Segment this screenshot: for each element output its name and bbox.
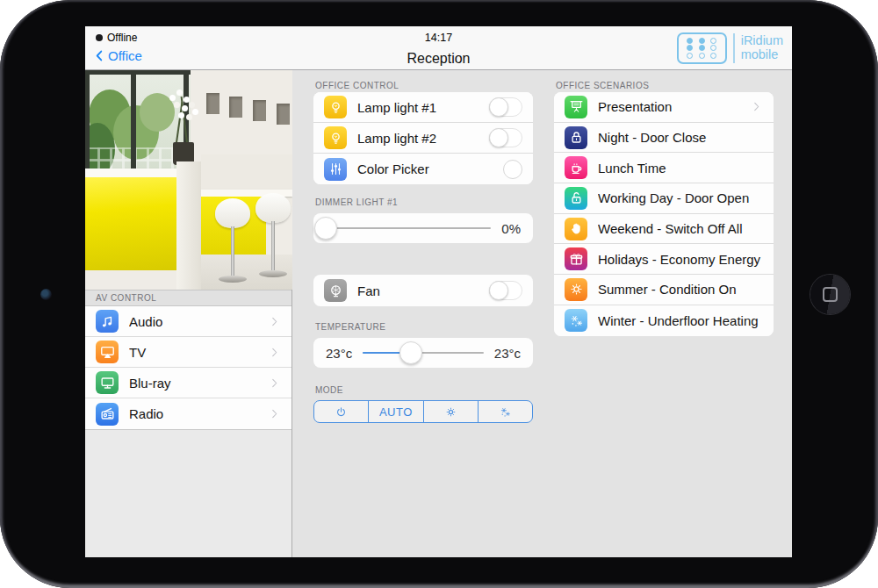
- logo-divider: [733, 33, 735, 63]
- temperature-slider-track[interactable]: [363, 352, 484, 354]
- chevron-right-icon: [268, 407, 281, 420]
- row-label: TV: [129, 345, 257, 360]
- list-item-lamp-light-1[interactable]: Lamp light #1: [313, 92, 533, 123]
- lock-closed-icon: [565, 126, 587, 149]
- color-picker-button[interactable]: [503, 160, 522, 179]
- chevron-right-icon: [268, 346, 281, 359]
- list-item-tv[interactable]: TV: [85, 337, 291, 368]
- dimmer-value: 0%: [501, 221, 521, 236]
- row-label: Weekend - Switch Off All: [598, 221, 763, 236]
- radio-icon: [99, 405, 116, 422]
- office-control-header: OFFICE CONTROL: [313, 81, 533, 92]
- lock-open-icon: [568, 190, 585, 206]
- list-item-color-picker[interactable]: Color Picker: [313, 154, 533, 184]
- list-item-working-day-door-open[interactable]: Working Day - Door Open: [554, 183, 774, 214]
- temperature-setpoint: 23°c: [494, 346, 521, 361]
- home-button[interactable]: [810, 275, 850, 314]
- main-content: OFFICE CONTROL Lamp light #1Lamp light #…: [292, 70, 792, 557]
- list-item-holidays-economy-energy[interactable]: Holidays - Economy Energy: [554, 244, 774, 275]
- row-label: Holidays - Economy Energy: [598, 252, 763, 267]
- row-label: Lunch Time: [598, 161, 763, 176]
- list-item-presentation[interactable]: Presentation: [554, 92, 774, 123]
- chevron-right-icon: [268, 376, 281, 390]
- sliders-icon: [327, 161, 344, 177]
- list-item-lunch-time[interactable]: Lunch Time: [554, 153, 774, 183]
- temperature-current: 23°c: [326, 346, 352, 361]
- row-label: Working Day - Door Open: [598, 190, 763, 205]
- chevron-right-icon: [268, 346, 281, 359]
- logo-dot: [710, 45, 716, 51]
- list-item-night-door-close[interactable]: Night - Door Close: [554, 123, 774, 154]
- radio-icon: [96, 403, 119, 426]
- chevron-right-icon: [268, 315, 281, 328]
- mode-sun-button[interactable]: [423, 401, 478, 422]
- bulb-icon: [327, 99, 344, 116]
- hand-icon: [568, 220, 585, 237]
- presentation-icon: [565, 96, 587, 118]
- logo-dot: [699, 53, 705, 59]
- fan-toggle[interactable]: [489, 281, 522, 300]
- list-item-fan[interactable]: Fan: [313, 275, 533, 306]
- row-label: Lamp light #2: [357, 131, 479, 146]
- chevron-right-icon: [268, 376, 281, 390]
- chevron-right-icon: [750, 100, 763, 113]
- list-item-audio[interactable]: Audio: [85, 306, 291, 337]
- snowflakes-icon: [568, 312, 585, 329]
- app-screen: Offline 14:17 Office Reception iRidium m…: [85, 26, 792, 557]
- dimmer-slider-track[interactable]: [326, 227, 491, 229]
- mode-snow-button[interactable]: [478, 401, 532, 422]
- row-label: Audio: [129, 314, 257, 329]
- list-item-radio[interactable]: Radio: [85, 398, 291, 429]
- temperature-header: TEMPERATURE: [313, 322, 533, 333]
- row-label: Presentation: [598, 99, 739, 114]
- mode-header: MODE: [313, 385, 533, 397]
- dimmer-slider-thumb[interactable]: [314, 217, 337, 240]
- temperature-slider-thumb[interactable]: [399, 341, 422, 364]
- list-item-weekend-switch-off-all[interactable]: Weekend - Switch Off All: [554, 214, 774, 245]
- mode-auto-label: AUTO: [379, 405, 413, 419]
- ipad-bezel: Offline 14:17 Office Reception iRidium m…: [0, 0, 878, 588]
- row-label: Fan: [357, 283, 479, 298]
- chevron-right-icon: [750, 100, 763, 113]
- bulb-icon: [324, 96, 347, 118]
- snowflakes-icon: [565, 309, 587, 332]
- lamp-light-2-toggle[interactable]: [489, 128, 522, 147]
- tv-airplay-icon: [99, 344, 116, 361]
- row-label: Night - Door Close: [598, 130, 763, 145]
- top-bar: Offline 14:17 Office Reception iRidium m…: [85, 26, 792, 70]
- sliders-icon: [324, 158, 347, 181]
- iridium-grid-icon: [677, 32, 727, 64]
- toggle-knob: [489, 281, 508, 300]
- music-notes-icon: [96, 310, 119, 333]
- toggle-knob: [489, 97, 508, 117]
- lamp-light-1-toggle[interactable]: [489, 97, 522, 117]
- fan-icon: [327, 283, 344, 299]
- lock-open-icon: [565, 187, 587, 210]
- power-icon: [335, 405, 348, 419]
- dimmer-slider-card: 0%: [313, 213, 533, 243]
- home-button-icon: [823, 287, 838, 302]
- list-item-blu-ray[interactable]: Blu-ray: [85, 368, 291, 398]
- cup-icon: [565, 156, 587, 179]
- logo-dot: [710, 38, 716, 44]
- reception-photo: [85, 70, 292, 290]
- row-label: Radio: [129, 406, 257, 421]
- mode-auto-button[interactable]: AUTO: [368, 401, 422, 422]
- cup-icon: [568, 160, 585, 176]
- bulb-icon: [324, 126, 347, 149]
- list-item-summer-condition-on[interactable]: Summer - Condition On: [554, 275, 774, 305]
- office-control-card: Lamp light #1Lamp light #2Color Picker: [313, 92, 533, 184]
- chevron-right-icon: [268, 315, 281, 328]
- mode-power-button[interactable]: [314, 401, 368, 422]
- logo-dot: [687, 38, 693, 44]
- sun-icon: [568, 281, 585, 298]
- list-item-winter-underfloor-heating[interactable]: Winter - Underfloor Heating: [554, 305, 774, 336]
- logo-dot: [710, 53, 716, 59]
- front-camera: [40, 289, 52, 300]
- monitor-icon: [99, 375, 116, 391]
- row-label: Winter - Underfloor Heating: [598, 313, 763, 328]
- row-label: Color Picker: [357, 161, 493, 176]
- monitor-icon: [96, 371, 119, 394]
- list-item-lamp-light-2[interactable]: Lamp light #2: [313, 123, 533, 154]
- av-control-list: AudioTVBlu-rayRadio: [85, 306, 291, 430]
